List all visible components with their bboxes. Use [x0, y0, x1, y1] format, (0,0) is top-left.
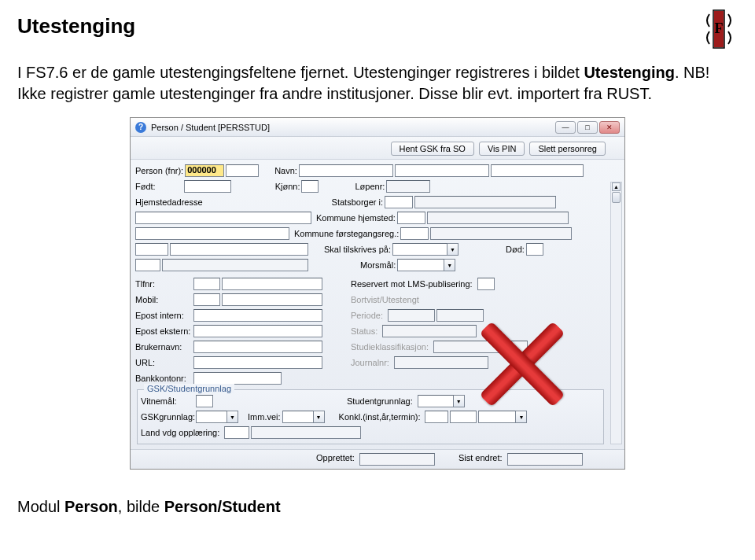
field-fnr[interactable]: 000000: [185, 164, 224, 177]
label-statsborger: Statsborger i:: [332, 197, 385, 207]
field-periode-1: [388, 309, 435, 322]
label-navn: Navn:: [274, 166, 299, 175]
label-fodt: Født:: [135, 182, 157, 191]
field-land: [162, 259, 308, 271]
label-person-fnr: Person (fnr):: [135, 166, 185, 175]
field-landvdg[interactable]: [224, 426, 249, 439]
caption-d: Person/Student: [164, 498, 281, 515]
window-footer: Opprettet: Sist endret:: [131, 449, 624, 469]
label-mobil: Mobil:: [135, 295, 193, 304]
field-fnr-2[interactable]: [226, 164, 259, 177]
label-epost-int: Epost intern:: [135, 311, 193, 320]
field-opprettet: [359, 453, 435, 466]
field-komm-forst[interactable]: [400, 227, 429, 240]
svg-text:F: F: [715, 20, 724, 36]
hent-gsk-button[interactable]: Hent GSK fra SO: [391, 142, 474, 156]
field-poststed[interactable]: [170, 243, 308, 256]
field-konkl-term[interactable]: [478, 411, 516, 423]
label-url: URL:: [135, 358, 193, 367]
window-titlebar: ? Person / Student [PERSSTUD] — □ ✕: [131, 118, 624, 137]
toolbar: Hent GSK fra SO Vis PIN Slett personreg: [131, 137, 624, 160]
label-bank: Bankkontonr:: [135, 374, 193, 383]
field-bank[interactable]: [193, 372, 282, 385]
vis-pin-button[interactable]: Vis PIN: [479, 142, 525, 156]
field-postnr[interactable]: [135, 243, 168, 256]
maximize-button[interactable]: □: [577, 121, 598, 134]
dropdown-icon[interactable]: ▼: [444, 259, 455, 271]
field-addr2[interactable]: [135, 227, 289, 240]
field-statsborger[interactable]: [385, 196, 413, 208]
app-logo: F: [703, 9, 735, 49]
label-sist: Sist endret:: [459, 453, 504, 466]
field-tlf-pre[interactable]: [193, 278, 220, 290]
field-bruker[interactable]: [193, 341, 322, 353]
label-gskgrunn: GSKgrunnlag:: [141, 412, 196, 422]
field-mobil[interactable]: [222, 293, 322, 306]
scroll-up-icon[interactable]: ▲: [612, 182, 621, 191]
field-url[interactable]: [193, 356, 322, 369]
label-tlf: Tlfnr:: [135, 279, 193, 289]
slett-personreg-button[interactable]: Slett personreg: [529, 142, 606, 156]
field-morsmal[interactable]: [397, 259, 444, 271]
field-landvdg-txt: [251, 426, 361, 439]
field-journal: [394, 356, 488, 369]
label-komm-hjem: Kommune hjemsted:: [316, 213, 397, 223]
field-landkode[interactable]: [135, 259, 160, 271]
scroll-thumb[interactable]: [612, 192, 621, 203]
field-studgrunn[interactable]: [418, 395, 454, 407]
dropdown-icon[interactable]: ▼: [227, 411, 238, 423]
field-epost-eks[interactable]: [193, 325, 322, 337]
gsk-groupbox: GSK/Studentgrunnlag Vitnemål: Studentgru…: [137, 389, 604, 444]
label-opprettet: Opprettet:: [316, 453, 356, 466]
field-lopenr: [386, 180, 430, 193]
dropdown-icon[interactable]: ▼: [454, 395, 465, 407]
field-tlf[interactable]: [222, 278, 322, 290]
minimize-button[interactable]: —: [555, 121, 576, 134]
field-mobil-pre[interactable]: [193, 293, 220, 306]
intro-paragraph: I FS7.6 er de gamle utestengingsfeltene …: [17, 62, 738, 105]
field-komm-hjem-txt: [427, 212, 569, 224]
label-bortvist: Bortvist/Utestengt: [351, 295, 421, 304]
field-addr1[interactable]: [135, 212, 311, 224]
field-immvei[interactable]: [282, 411, 314, 423]
field-periode-2: [436, 309, 484, 322]
field-reservert[interactable]: [477, 278, 495, 290]
field-navn-2[interactable]: [395, 164, 489, 177]
dropdown-icon[interactable]: ▼: [516, 411, 527, 423]
label-tilskr: Skal tilskrives på:: [324, 245, 392, 254]
label-epost-eks: Epost ekstern:: [135, 326, 193, 336]
field-navn-3[interactable]: [491, 164, 584, 177]
dropdown-icon[interactable]: ▼: [447, 243, 459, 256]
field-tilskr[interactable]: [392, 243, 447, 256]
label-dod: Død:: [506, 245, 526, 254]
label-reservert: Reservert mot LMS-publisering:: [351, 279, 474, 289]
field-fodt[interactable]: [184, 180, 231, 193]
field-vitnemal[interactable]: [196, 395, 213, 407]
caption-c: , bilde: [118, 498, 164, 515]
label-immvei: Imm.vei:: [248, 412, 282, 422]
field-gskgrunn[interactable]: [196, 411, 227, 423]
label-vitnemal: Vitnemål:: [141, 396, 196, 406]
field-epost-int[interactable]: [193, 309, 322, 322]
dropdown-icon[interactable]: ▼: [314, 411, 325, 423]
close-button[interactable]: ✕: [599, 121, 620, 134]
label-periode: Periode:: [351, 311, 385, 320]
intro-bold: Utestenging: [584, 64, 675, 81]
field-dod[interactable]: [526, 243, 543, 256]
scrollbar[interactable]: ▲: [610, 182, 622, 444]
groupbox-legend: GSK/Studentgrunnlag: [144, 384, 234, 393]
field-navn-1[interactable]: [299, 164, 393, 177]
field-statsborger-txt: [414, 196, 556, 208]
label-landvdg: Land vdg opplæring:: [141, 428, 221, 437]
field-konkl-inst[interactable]: [425, 411, 448, 423]
field-kjonn[interactable]: [301, 180, 319, 193]
intro-text-a: I FS7.6 er de gamle utestengingsfeltene …: [17, 64, 584, 81]
label-kjonn: Kjønn:: [275, 182, 302, 191]
field-konkl-aar[interactable]: [450, 411, 477, 423]
label-konkl: Konkl.(inst,år,termin):: [339, 412, 422, 422]
label-bruker: Brukernavn:: [135, 342, 193, 352]
help-icon[interactable]: ?: [135, 122, 146, 133]
field-komm-hjem[interactable]: [397, 212, 425, 224]
field-komm-forst-txt: [430, 227, 572, 240]
caption-b: Person: [64, 498, 118, 515]
